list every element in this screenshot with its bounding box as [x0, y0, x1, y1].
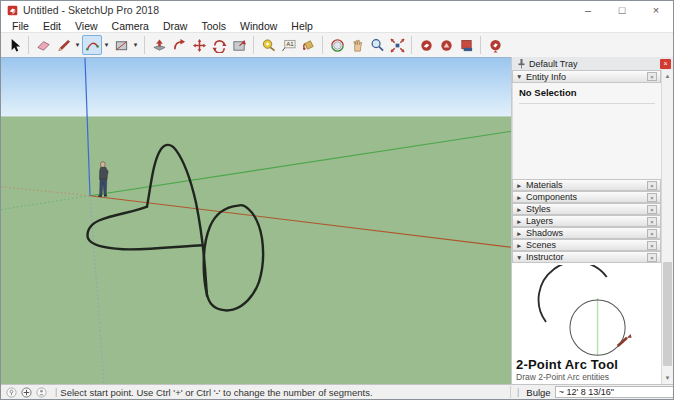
rectangle-icon	[114, 38, 129, 53]
menu-draw[interactable]: Draw	[156, 20, 195, 32]
scroll-up-icon[interactable]: ▲	[665, 70, 671, 82]
zoom-extents-icon	[390, 38, 405, 53]
materials-section-header[interactable]: ► Materials ×	[512, 179, 661, 191]
menu-window[interactable]: Window	[233, 20, 284, 32]
3d-warehouse-button[interactable]	[416, 35, 436, 55]
shadows-close-button[interactable]: ×	[647, 229, 657, 238]
select-tool-button[interactable]	[4, 35, 24, 55]
line-tool-dropdown[interactable]: ▾	[73, 41, 82, 49]
menu-camera[interactable]: Camera	[105, 20, 156, 32]
offset-tool-button[interactable]	[229, 35, 249, 55]
follow-me-icon	[172, 38, 187, 53]
sketchup-window: Untitled - SketchUp Pro 2018 – □ × File …	[0, 0, 674, 400]
eraser-tool-button[interactable]	[33, 35, 53, 55]
entity-info-status: No Selection	[519, 87, 655, 104]
toolbar: ▾ ▾ ▾	[1, 33, 673, 57]
entity-info-close-button[interactable]: ×	[647, 72, 657, 81]
default-tray: Default Tray × ▼ Entity Info × No Select…	[511, 57, 673, 384]
menu-edit[interactable]: Edit	[36, 20, 68, 32]
scroll-down-icon[interactable]: ▼	[665, 372, 671, 384]
scrollbar-thumb[interactable]	[663, 262, 672, 366]
components-close-button[interactable]: ×	[647, 193, 657, 202]
extension-warehouse-button[interactable]	[485, 35, 505, 55]
orbit-tool-button[interactable]	[327, 35, 347, 55]
styles-label: Styles	[526, 204, 551, 214]
arc-tool-dropdown[interactable]: ▾	[102, 41, 111, 49]
move-icon	[192, 38, 207, 53]
instructor-section-header[interactable]: ▼ Instructor ×	[512, 251, 661, 263]
measure-divider: |	[514, 387, 522, 397]
styles-close-button[interactable]: ×	[647, 205, 657, 214]
tape-measure-icon	[261, 38, 276, 53]
move-tool-button[interactable]	[189, 35, 209, 55]
bulge-input[interactable]	[555, 386, 674, 398]
close-button[interactable]: ×	[639, 1, 673, 19]
styles-section-header[interactable]: ► Styles ×	[512, 203, 661, 215]
materials-collapsed-icon[interactable]: ►	[516, 182, 526, 189]
window-title: Untitled - SketchUp Pro 2018	[23, 4, 159, 16]
paint-bucket-tool-button[interactable]	[298, 35, 318, 55]
minimize-button[interactable]: –	[571, 1, 605, 19]
zoom-tool-button[interactable]	[367, 35, 387, 55]
push-pull-tool-button[interactable]	[149, 35, 169, 55]
tray-scrollbar[interactable]: ▲ ▼	[661, 70, 673, 384]
default-tray-close-button[interactable]: ×	[660, 59, 671, 69]
tape-measure-tool-button[interactable]	[258, 35, 278, 55]
scenes-collapsed-icon[interactable]: ►	[516, 242, 526, 249]
rotate-tool-button[interactable]	[209, 35, 229, 55]
menu-tools[interactable]: Tools	[194, 20, 233, 32]
layers-collapsed-icon[interactable]: ►	[516, 218, 526, 225]
entity-info-expand-icon[interactable]: ▼	[516, 73, 526, 80]
pan-tool-button[interactable]	[347, 35, 367, 55]
instructor-close-button[interactable]: ×	[647, 253, 657, 262]
scenes-close-button[interactable]: ×	[647, 241, 657, 250]
maximize-button[interactable]: □	[605, 1, 639, 19]
components-collapsed-icon[interactable]: ►	[516, 194, 526, 201]
instructor-expand-icon[interactable]: ▼	[516, 254, 526, 261]
geolocation-icon[interactable]	[6, 387, 17, 398]
paint-bucket-icon	[301, 38, 316, 53]
sky	[1, 58, 511, 116]
sign-in-icon[interactable]	[36, 387, 47, 398]
offset-icon	[232, 38, 247, 53]
layers-close-button[interactable]: ×	[647, 217, 657, 226]
3d-warehouse-icon	[419, 38, 434, 53]
entity-info-panel: No Selection	[512, 83, 661, 179]
styles-collapsed-icon[interactable]: ►	[516, 206, 526, 213]
menu-view[interactable]: View	[68, 20, 105, 32]
sketchup-logo-icon	[7, 5, 18, 16]
shadows-section-header[interactable]: ► Shadows ×	[512, 227, 661, 239]
bulge-label: Bulge	[526, 387, 550, 398]
text-tool-button[interactable]: A1	[278, 35, 298, 55]
share-model-button[interactable]	[436, 35, 456, 55]
components-section-header[interactable]: ► Components ×	[512, 191, 661, 203]
entity-info-header[interactable]: ▼ Entity Info ×	[512, 70, 661, 83]
shadows-collapsed-icon[interactable]: ►	[516, 230, 526, 237]
default-tray-header[interactable]: Default Tray ×	[512, 57, 673, 70]
materials-close-button[interactable]: ×	[647, 181, 657, 190]
arc-tool-button[interactable]	[82, 35, 102, 55]
menu-help[interactable]: Help	[284, 20, 320, 32]
instructor-label: Instructor	[526, 252, 564, 262]
two-point-arc-icon	[85, 38, 100, 53]
line-tool-button[interactable]	[53, 35, 73, 55]
svg-text:A1: A1	[286, 40, 294, 47]
rectangle-tool-dropdown[interactable]: ▾	[131, 41, 140, 49]
drawing-canvas[interactable]	[1, 57, 511, 384]
rotate-icon	[212, 38, 227, 53]
scenes-section-header[interactable]: ► Scenes ×	[512, 239, 661, 251]
statusbar: | Select start point. Use Ctrl '+' or Ct…	[1, 384, 673, 399]
pin-icon[interactable]	[517, 58, 526, 69]
zoom-extents-tool-button[interactable]	[387, 35, 407, 55]
push-pull-icon	[152, 38, 167, 53]
send-to-layout-button[interactable]	[456, 35, 476, 55]
follow-me-tool-button[interactable]	[169, 35, 189, 55]
scrollbar-track[interactable]	[662, 82, 673, 372]
shadows-label: Shadows	[526, 228, 563, 238]
menubar: File Edit View Camera Draw Tools Window …	[1, 19, 673, 33]
layers-section-header[interactable]: ► Layers ×	[512, 215, 661, 227]
menu-file[interactable]: File	[5, 20, 36, 32]
credits-icon[interactable]	[21, 387, 32, 398]
rectangle-tool-button[interactable]	[111, 35, 131, 55]
zoom-magnifier-icon	[370, 38, 385, 53]
